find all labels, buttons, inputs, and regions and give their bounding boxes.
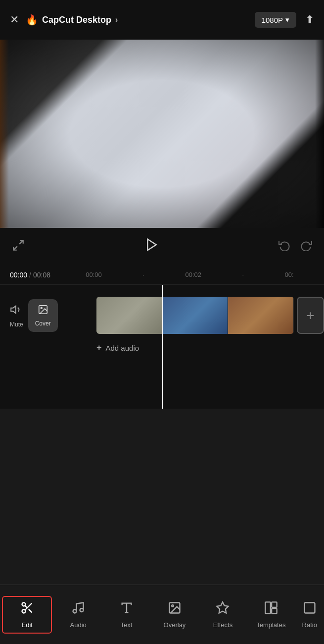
svg-rect-22 (272, 608, 277, 614)
add-clip-button[interactable]: + (297, 297, 324, 334)
svg-rect-23 (304, 602, 315, 613)
edit-label: Edit (22, 621, 33, 629)
nav-item-text[interactable]: Text (102, 596, 150, 634)
resolution-label: 1080P (262, 16, 283, 24)
timeline-ruler: 00:00 · 00:02 · 00: (65, 271, 314, 278)
edit-scissors-icon (20, 601, 34, 618)
svg-marker-2 (147, 239, 156, 251)
clip-thumb-3 (228, 297, 294, 334)
playback-controls (0, 228, 324, 265)
resolution-arrow-icon: ▾ (285, 15, 289, 24)
top-bar-left: ✕ 🔥 CapCut Desktop › (10, 13, 118, 26)
fullscreen-button[interactable] (12, 239, 25, 255)
flame-icon: 🔥 (26, 14, 38, 26)
controls-right (278, 239, 312, 254)
svg-point-7 (41, 307, 42, 309)
export-button[interactable]: ⬆ (305, 13, 314, 26)
text-label: Text (121, 621, 133, 629)
ratio-icon (303, 601, 317, 618)
nav-item-audio[interactable]: Audio (54, 596, 102, 634)
top-bar-right: 1080P ▾ ⬆ (255, 12, 314, 28)
templates-icon (264, 601, 278, 618)
timecode-current: 00:00 (10, 271, 27, 279)
mute-button[interactable]: Mute (10, 303, 23, 328)
app-name-label: CapCut Desktop (42, 15, 111, 25)
text-icon (120, 601, 134, 618)
controls-left (12, 239, 25, 255)
video-preview (0, 40, 324, 228)
close-button[interactable]: ✕ (10, 13, 19, 26)
audio-music-icon (71, 601, 85, 618)
nav-item-overlay[interactable]: Overlay (150, 596, 198, 634)
effects-label: Effects (213, 621, 233, 629)
svg-rect-21 (272, 602, 277, 607)
resolution-button[interactable]: 1080P ▾ (255, 12, 296, 28)
cover-icon (38, 304, 48, 318)
app-title: 🔥 CapCut Desktop › (26, 14, 118, 26)
playhead (162, 285, 163, 409)
clip-thumb-1 (96, 297, 162, 334)
timecode-total: 00:08 (33, 271, 50, 279)
bottom-nav: Edit Audio Text (0, 585, 324, 644)
overlay-icon (168, 601, 182, 618)
audio-label: Audio (70, 621, 87, 629)
ruler-mark-1: 00:02 (185, 271, 201, 278)
undo-button[interactable] (278, 239, 290, 254)
nav-item-effects[interactable]: Effects (199, 596, 247, 634)
top-bar: ✕ 🔥 CapCut Desktop › 1080P ▾ ⬆ (0, 0, 324, 40)
svg-line-0 (19, 240, 23, 244)
svg-point-9 (22, 609, 25, 613)
templates-label: Templates (256, 621, 285, 629)
svg-marker-3 (11, 306, 16, 313)
ruler-mark-0: 00:00 (86, 271, 102, 278)
svg-rect-20 (265, 602, 271, 613)
svg-marker-19 (217, 602, 229, 613)
add-audio-label: Add audio (106, 344, 139, 352)
video-frame (0, 40, 324, 228)
timecode-bar: 00:00 / 00:08 00:00 · 00:02 · 00: (0, 265, 324, 285)
ruler-mark-2: 00: (285, 271, 294, 278)
redo-button[interactable] (300, 239, 312, 254)
add-audio-button[interactable]: + Add audio (96, 343, 139, 353)
overlay-label: Overlay (164, 621, 186, 629)
ratio-label: Ratio (302, 621, 317, 629)
play-button[interactable] (144, 237, 159, 256)
nav-item-ratio[interactable]: Ratio (295, 596, 324, 634)
clip-track[interactable] (96, 297, 294, 334)
svg-line-1 (13, 246, 17, 250)
svg-point-8 (22, 602, 25, 606)
chevron-right-icon: › (115, 15, 118, 24)
svg-point-14 (80, 608, 84, 612)
add-audio-plus-icon: + (96, 343, 102, 353)
nav-item-edit[interactable]: Edit (2, 596, 52, 634)
timeline-area: Mute Cover + (0, 285, 324, 409)
cover-label: Cover (35, 320, 51, 327)
nav-item-templates[interactable]: Templates (247, 596, 295, 634)
svg-point-18 (172, 605, 174, 607)
track-controls: Mute Cover (0, 299, 96, 332)
svg-point-13 (73, 609, 77, 613)
svg-line-12 (25, 605, 27, 608)
svg-line-11 (29, 609, 32, 612)
ruler-dot-1: · (142, 271, 144, 278)
mute-icon (10, 303, 23, 319)
timecode-separator: / (29, 271, 31, 279)
video-right-edge (315, 40, 324, 228)
clip-thumb-2 (162, 297, 228, 334)
ruler-dot-2: · (242, 271, 244, 278)
mute-label: Mute (10, 321, 23, 328)
cover-button[interactable]: Cover (28, 299, 58, 332)
effects-icon (216, 601, 230, 618)
